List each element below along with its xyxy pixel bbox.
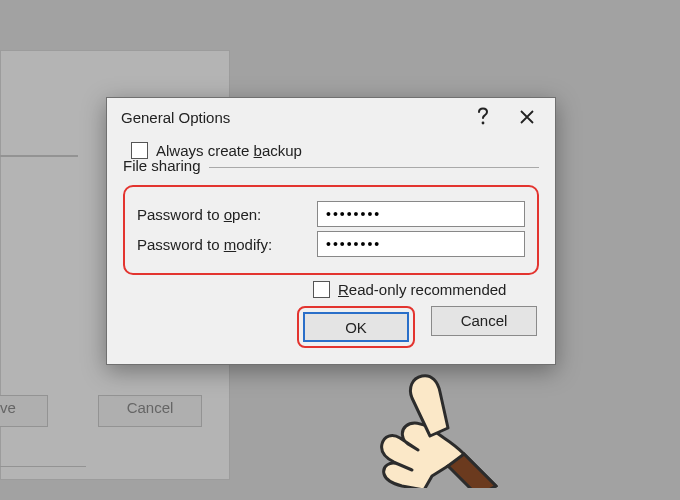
close-button[interactable] [505, 102, 549, 132]
password-modify-input[interactable] [317, 231, 525, 257]
help-icon [476, 107, 490, 127]
background-save-button: ve [0, 395, 48, 427]
fieldset-rule [209, 167, 539, 168]
read-only-row[interactable]: Read-only recommended [313, 281, 539, 298]
cancel-button[interactable]: Cancel [431, 306, 537, 336]
file-sharing-fieldset: File sharing Password to open: Password … [123, 167, 539, 348]
svg-point-0 [482, 122, 485, 125]
password-open-row: Password to open: [137, 201, 525, 227]
ok-button[interactable]: OK [303, 312, 409, 342]
password-highlight-region: Password to open: Password to modify: [123, 185, 539, 275]
read-only-label: Read-only recommended [338, 281, 506, 298]
background-bottom-line [0, 466, 86, 467]
dialog-content: Always create backup File sharing Passwo… [107, 136, 555, 364]
general-options-dialog: General Options Always create backup Fil… [106, 97, 556, 365]
password-modify-row: Password to modify: [137, 231, 525, 257]
background-cancel-button: Cancel [98, 395, 202, 427]
help-button[interactable] [461, 102, 505, 132]
dialog-title: General Options [121, 109, 461, 126]
dialog-button-bar: OK Cancel [123, 306, 539, 348]
background-divider [0, 155, 78, 157]
password-open-input[interactable] [317, 201, 525, 227]
password-modify-label: Password to modify: [137, 236, 307, 253]
password-open-label: Password to open: [137, 206, 307, 223]
close-icon [520, 110, 534, 124]
ok-highlight: OK [297, 306, 415, 348]
titlebar: General Options [107, 98, 555, 136]
read-only-checkbox[interactable] [313, 281, 330, 298]
pointing-hand-icon [378, 358, 498, 488]
file-sharing-legend: File sharing [123, 157, 201, 174]
